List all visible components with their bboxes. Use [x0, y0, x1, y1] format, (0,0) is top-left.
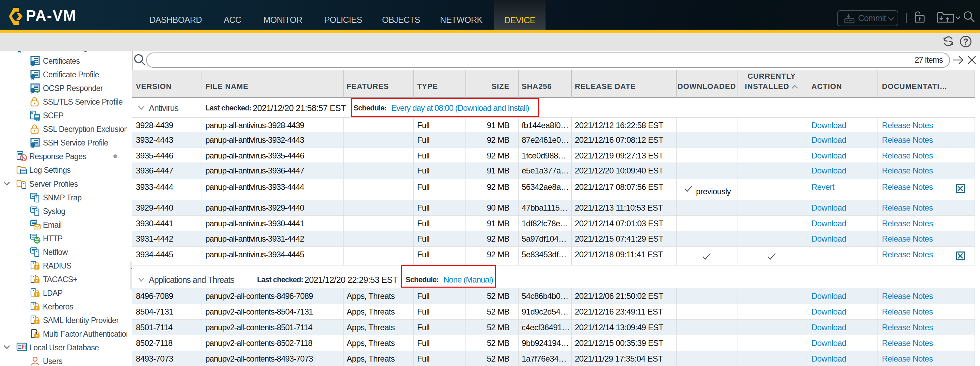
svg-text:?: ? — [963, 37, 968, 46]
